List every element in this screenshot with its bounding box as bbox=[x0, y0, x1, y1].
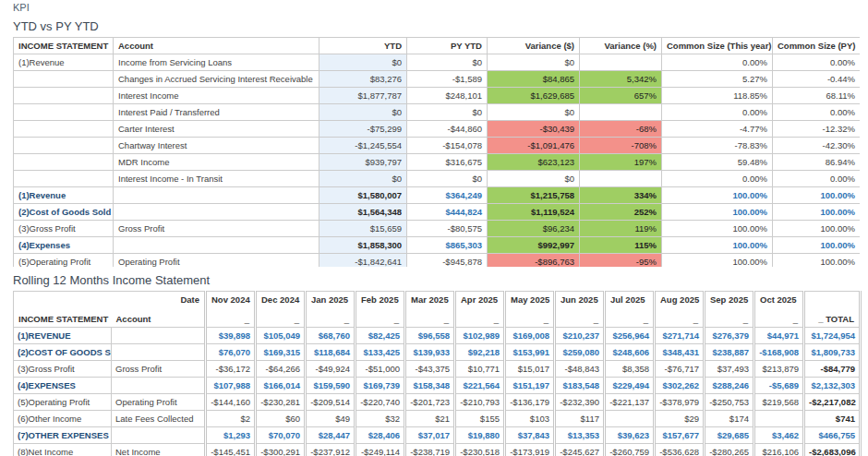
cell-statement: (4)EXPENSES bbox=[14, 378, 112, 394]
income-statement-header: INCOME STATEMENT bbox=[14, 309, 112, 328]
table-row: (1)Revenue$1,580,007$364,249$1,215,75833… bbox=[14, 187, 861, 204]
cell-month-value: -$250,753 bbox=[705, 394, 754, 411]
cell-account: Late Fees Collected bbox=[112, 411, 206, 427]
cell-month-value: -$245,627 bbox=[555, 444, 605, 456]
cell-ytd: $83,276 bbox=[319, 71, 407, 88]
cell-month-value: -$280,265 bbox=[705, 444, 754, 456]
cell-py-ytd: -$154,078 bbox=[407, 138, 488, 154]
col-py-ytd: PY YTD bbox=[407, 38, 488, 54]
cell-month-value: $60 bbox=[256, 411, 306, 427]
month-label: Jul 2025 bbox=[610, 294, 648, 306]
cell-account: Interest Income bbox=[114, 88, 319, 104]
cell-month-value: $133,425 bbox=[356, 344, 405, 361]
cell-variance-percent: -68% bbox=[580, 121, 662, 138]
cell-month-value: -$210,793 bbox=[455, 394, 505, 411]
table-row: (2)COST OF GOODS SOLD$76,070$169,315$118… bbox=[14, 344, 861, 361]
cell-variance-percent bbox=[580, 54, 662, 71]
cell-common-size-py: 100.00% bbox=[773, 237, 861, 254]
cell-statement bbox=[14, 71, 114, 88]
cell-statement: (5)Operating Profit bbox=[14, 254, 114, 268]
cell-month-value: $13,353 bbox=[555, 427, 605, 444]
cell-account bbox=[112, 328, 206, 344]
cell-variance-dollar: -$896,763 bbox=[488, 254, 580, 268]
cell-month-value: $302,262 bbox=[655, 378, 705, 394]
cell-statement: (5)Operating Profit bbox=[14, 394, 112, 411]
cell-month-value: $10,771 bbox=[455, 361, 505, 378]
cell-month-value: -$249,114 bbox=[356, 444, 405, 456]
cell-month-value: $37,017 bbox=[405, 427, 455, 444]
cell-account: Gross Profit bbox=[112, 361, 206, 378]
cell-month-value: -$36,172 bbox=[206, 361, 256, 378]
month-column-header: Mar 2025_ bbox=[405, 292, 455, 328]
month-sub-label: _ bbox=[610, 313, 648, 325]
cell-ytd: $1,580,007 bbox=[319, 187, 407, 204]
cell-ytd: $0 bbox=[319, 171, 407, 187]
cell-month-value: -$378,979 bbox=[655, 394, 705, 411]
cell-month-value: $103 bbox=[505, 411, 555, 427]
cell-account: Chartway Interest bbox=[114, 138, 319, 154]
cell-py-ytd: $0 bbox=[407, 54, 488, 71]
cell-statement: (3)Gross Profit bbox=[14, 361, 112, 378]
cell-statement: (1)Revenue bbox=[14, 187, 114, 204]
month-sub-label: _ bbox=[760, 313, 798, 325]
col-common-size-this-year: Common Size (This year) bbox=[662, 38, 773, 54]
cell-variance-dollar: $1,215,758 bbox=[488, 187, 580, 204]
cell-variance-percent: -708% bbox=[580, 138, 662, 154]
month-column-header: Nov 2024_ bbox=[206, 292, 256, 328]
month-column-header: Apr 2025_ bbox=[455, 292, 505, 328]
month-label: Sep 2025 bbox=[710, 294, 748, 306]
cell-month-value: $15,017 bbox=[505, 361, 555, 378]
cell-month-value: $221,564 bbox=[455, 378, 505, 394]
cell-variance-dollar: -$1,091,476 bbox=[488, 138, 580, 154]
table-row: Interest Paid / Transferred$0$0$00.00%0.… bbox=[14, 104, 861, 121]
cell-month-value: $37,843 bbox=[505, 427, 555, 444]
cell-month-value: -$173,919 bbox=[505, 444, 555, 456]
col-income-statement: INCOME STATEMENT bbox=[14, 38, 114, 54]
cell-ytd: $15,659 bbox=[319, 221, 407, 237]
cell-common-size-this-year: 118.85% bbox=[662, 88, 773, 104]
cell-statement bbox=[14, 104, 114, 121]
cell-month-value: $256,964 bbox=[605, 328, 655, 344]
cell-month-value: $39,898 bbox=[206, 328, 256, 344]
cell-common-size-this-year: -4.77% bbox=[662, 121, 773, 138]
cell-month-value: $159,590 bbox=[306, 378, 356, 394]
table-row: (2)Cost of Goods Sold$1,564,348$444,824$… bbox=[14, 204, 861, 221]
table-row: (8)Net IncomeNet Income-$145,451-$300,29… bbox=[14, 444, 861, 456]
cell-statement: (8)Net Income bbox=[14, 444, 112, 456]
table-row: MDR Income$939,797$316,675$623,123197%59… bbox=[14, 154, 861, 171]
cell-py-ytd: -$44,860 bbox=[407, 121, 488, 138]
cell-account bbox=[112, 344, 206, 361]
month-sub-label: _ bbox=[461, 313, 499, 325]
month-label: Jan 2025 bbox=[311, 294, 349, 306]
cell-variance-dollar: $992,997 bbox=[488, 237, 580, 254]
month-label: Oct 2025 bbox=[760, 294, 798, 306]
cell-variance-percent: -95% bbox=[580, 254, 662, 268]
month-column-header: Aug 2025_ bbox=[655, 292, 705, 328]
cell-month-value: -$64,266 bbox=[256, 361, 306, 378]
cell-month-value: $105,049 bbox=[256, 328, 306, 344]
cell-py-ytd: -$945,878 bbox=[407, 254, 488, 268]
cell-month-value: -$237,912 bbox=[306, 444, 356, 456]
cell-ytd: $0 bbox=[319, 54, 407, 71]
breadcrumb: KPI bbox=[13, 2, 860, 13]
cell-month-value: $1,293 bbox=[206, 427, 256, 444]
cell-month-value: -$43,375 bbox=[405, 361, 455, 378]
cell-month-value: $169,739 bbox=[356, 378, 405, 394]
cell-common-size-this-year: 59.48% bbox=[662, 154, 773, 171]
cell-month-value: $29 bbox=[655, 411, 705, 427]
cell-total-value: $466,755 bbox=[804, 427, 861, 444]
table-row: Interest Income - In Transit$0$0$00.00%0… bbox=[14, 171, 861, 187]
cell-account: Interest Income - In Transit bbox=[114, 171, 319, 187]
cell-month-value: $153,991 bbox=[505, 344, 555, 361]
cell-account: Income from Servicing Loans bbox=[114, 54, 319, 71]
ytd-table-title: YTD vs PY YTD bbox=[13, 19, 860, 33]
cell-variance-percent: 657% bbox=[580, 88, 662, 104]
month-sub-label: _ bbox=[311, 313, 349, 325]
cell-account: Changes in Accrued Servicing Interest Re… bbox=[114, 71, 319, 88]
cell-statement bbox=[14, 88, 114, 104]
cell-statement: (6)Other Income bbox=[14, 411, 112, 427]
cell-statement bbox=[14, 154, 114, 171]
cell-account: Operating Profit bbox=[112, 394, 206, 411]
cell-common-size-py: 68.11% bbox=[773, 88, 861, 104]
rolling-table-title: Rolling 12 Months Income Statement bbox=[13, 273, 860, 287]
